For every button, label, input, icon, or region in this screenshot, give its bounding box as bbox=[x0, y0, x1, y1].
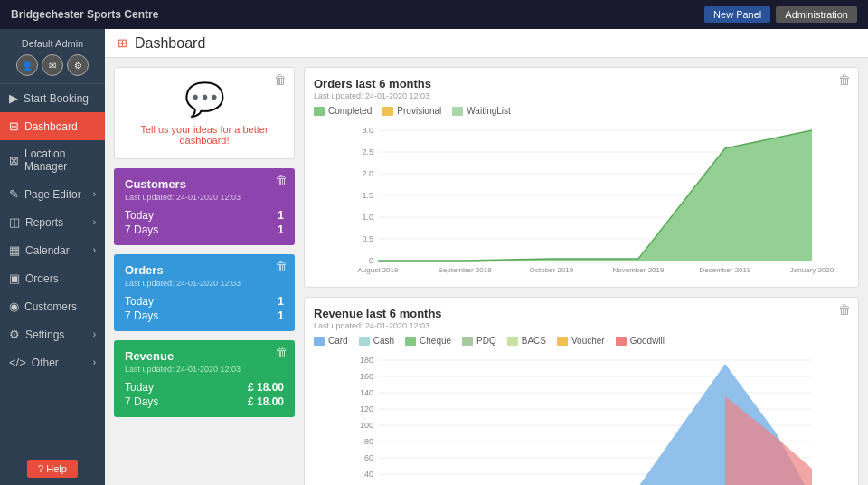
customers-today-row: Today 1 bbox=[125, 209, 284, 222]
card-label: Card bbox=[328, 336, 348, 346]
sidebar-item-reports[interactable]: ◫ Reports › bbox=[0, 208, 105, 236]
sidebar-item-calendar[interactable]: ▦ Calendar › bbox=[0, 236, 105, 264]
bacs-label: BACS bbox=[522, 336, 546, 346]
customers-card: 🗑 Customers Last updated: 24-01-2020 12:… bbox=[114, 168, 295, 245]
revenue-card-updated: Last updated: 24-01-2020 12:03 bbox=[125, 365, 284, 374]
provisional-label: Provisional bbox=[397, 106, 441, 116]
sidebar-item-settings[interactable]: ⚙ Settings › bbox=[0, 320, 105, 348]
sidebar-item-label: Orders bbox=[25, 272, 59, 285]
svg-text:December 2019: December 2019 bbox=[700, 266, 751, 274]
orders-delete-button[interactable]: 🗑 bbox=[275, 259, 288, 273]
customers-delete-button[interactable]: 🗑 bbox=[275, 173, 288, 187]
other-icon: </> bbox=[9, 356, 26, 369]
provisional-color bbox=[382, 107, 393, 116]
svg-text:1.5: 1.5 bbox=[362, 191, 373, 200]
revenue-chart-delete-button[interactable]: 🗑 bbox=[838, 302, 851, 317]
right-column: 🗑 Orders last 6 months Last updated: 24-… bbox=[304, 67, 859, 476]
svg-text:3.0: 3.0 bbox=[362, 126, 373, 135]
legend-waitinglist: WaitingList bbox=[452, 106, 511, 116]
revenue-delete-button[interactable]: 🗑 bbox=[275, 345, 288, 359]
svg-text:August 2019: August 2019 bbox=[358, 266, 399, 274]
goodwill-label: Goodwill bbox=[630, 336, 665, 346]
legend-provisional: Provisional bbox=[382, 106, 441, 116]
customers-7days-label: 7 Days bbox=[125, 223, 158, 236]
svg-text:140: 140 bbox=[360, 388, 373, 397]
main-content: ⊞ Dashboard 🗑 💬 Tell us your ideas for a… bbox=[105, 29, 868, 485]
avatar-person-icon[interactable]: 👤 bbox=[16, 54, 38, 76]
help-button[interactable]: ? Help bbox=[27, 460, 78, 478]
page-editor-icon: ✎ bbox=[9, 187, 19, 201]
svg-text:1.0: 1.0 bbox=[362, 213, 373, 222]
layout: Default Admin 👤 ✉ ⚙ ▶ Start Booking ⊞ Da… bbox=[0, 29, 868, 485]
orders-chart-title: Orders last 6 months bbox=[314, 77, 849, 90]
sidebar-help: ? Help bbox=[0, 452, 105, 485]
sidebar-item-start-booking[interactable]: ▶ Start Booking bbox=[0, 84, 105, 112]
sidebar-item-label: Customers bbox=[24, 300, 77, 313]
legend-card: Card bbox=[314, 336, 348, 346]
settings-icon: ⚙ bbox=[9, 328, 20, 341]
svg-text:60: 60 bbox=[364, 453, 373, 462]
avatar-buttons: 👤 ✉ ⚙ bbox=[5, 54, 99, 76]
voucher-label: Voucher bbox=[571, 336, 605, 346]
orders-today-value: 1 bbox=[278, 295, 284, 308]
legend-voucher: Voucher bbox=[557, 336, 605, 346]
completed-color bbox=[314, 107, 325, 116]
goodwill-color bbox=[616, 337, 627, 346]
sidebar-item-label: Dashboard bbox=[24, 120, 78, 133]
svg-text:0: 0 bbox=[369, 256, 373, 265]
avatar-email-icon[interactable]: ✉ bbox=[42, 54, 63, 76]
svg-text:180: 180 bbox=[360, 356, 373, 365]
new-panel-button[interactable]: New Panel bbox=[704, 6, 770, 23]
revenue-chart-updated: Last updated: 24-01-2020 12:03 bbox=[314, 321, 849, 330]
svg-text:2.0: 2.0 bbox=[362, 169, 373, 178]
avatar-settings-icon[interactable]: ⚙ bbox=[67, 54, 89, 76]
revenue-chart-legend: Card Cash Cheque PDQ bbox=[314, 336, 849, 346]
revenue-today-value: £ 18.00 bbox=[248, 381, 284, 394]
idea-delete-button[interactable]: 🗑 bbox=[274, 72, 287, 87]
revenue-card-title: Revenue bbox=[125, 349, 284, 363]
brand-name: Bridgechester Sports Centre bbox=[11, 8, 158, 21]
svg-text:September 2019: September 2019 bbox=[438, 266, 492, 274]
svg-text:January 2020: January 2020 bbox=[790, 266, 835, 274]
bacs-color bbox=[507, 337, 518, 346]
dashboard-header-icon: ⊞ bbox=[118, 36, 127, 50]
administration-button[interactable]: Administration bbox=[776, 6, 857, 23]
idea-card: 🗑 💬 Tell us your ideas for a better dash… bbox=[114, 67, 295, 159]
orders-7days-value: 1 bbox=[278, 309, 284, 322]
cheque-color bbox=[405, 337, 416, 346]
revenue-chart-svg: 180 160 140 120 100 80 60 40 20 0 bbox=[314, 351, 849, 485]
revenue-card: 🗑 Revenue Last updated: 24-01-2020 12:03… bbox=[114, 340, 295, 417]
svg-text:November 2019: November 2019 bbox=[613, 266, 665, 274]
orders-chart-card: 🗑 Orders last 6 months Last updated: 24-… bbox=[304, 67, 859, 288]
customers-7days-row: 7 Days 1 bbox=[125, 223, 284, 236]
sidebar-item-label: Page Editor bbox=[24, 188, 81, 201]
sidebar-item-location-manager[interactable]: ⊠ Location Manager bbox=[0, 140, 105, 180]
sidebar-item-page-editor[interactable]: ✎ Page Editor › bbox=[0, 180, 105, 208]
revenue-today-label: Today bbox=[125, 381, 154, 394]
cash-label: Cash bbox=[373, 336, 394, 346]
sidebar-nav: ▶ Start Booking ⊞ Dashboard ⊠ Location M… bbox=[0, 84, 105, 452]
sidebar-item-other[interactable]: </> Other › bbox=[0, 348, 105, 376]
revenue-7days-row: 7 Days £ 18.00 bbox=[125, 395, 284, 408]
main-header: ⊞ Dashboard bbox=[105, 29, 868, 58]
pdq-label: PDQ bbox=[476, 336, 496, 346]
svg-text:120: 120 bbox=[360, 404, 373, 414]
sidebar-user: Default Admin 👤 ✉ ⚙ bbox=[0, 29, 105, 84]
sidebar-item-customers[interactable]: ◉ Customers bbox=[0, 292, 105, 320]
sidebar-item-label: Calendar bbox=[25, 244, 70, 257]
completed-label: Completed bbox=[328, 106, 372, 116]
customers-today-value: 1 bbox=[278, 209, 284, 222]
sidebar-item-orders[interactable]: ▣ Orders bbox=[0, 264, 105, 292]
sidebar: Default Admin 👤 ✉ ⚙ ▶ Start Booking ⊞ Da… bbox=[0, 29, 105, 485]
orders-chart-delete-button[interactable]: 🗑 bbox=[838, 72, 851, 87]
orders-today-row: Today 1 bbox=[125, 295, 284, 308]
orders-card-title: Orders bbox=[125, 263, 284, 277]
svg-text:160: 160 bbox=[360, 372, 373, 381]
page-title: Dashboard bbox=[135, 35, 205, 52]
legend-goodwill: Goodwill bbox=[616, 336, 665, 346]
svg-text:0.5: 0.5 bbox=[362, 234, 373, 243]
orders-card: 🗑 Orders Last updated: 24-01-2020 12:03 … bbox=[114, 254, 295, 331]
chevron-right-icon: › bbox=[93, 245, 96, 255]
sidebar-item-label: Other bbox=[32, 357, 59, 369]
sidebar-item-dashboard[interactable]: ⊞ Dashboard bbox=[0, 112, 105, 140]
